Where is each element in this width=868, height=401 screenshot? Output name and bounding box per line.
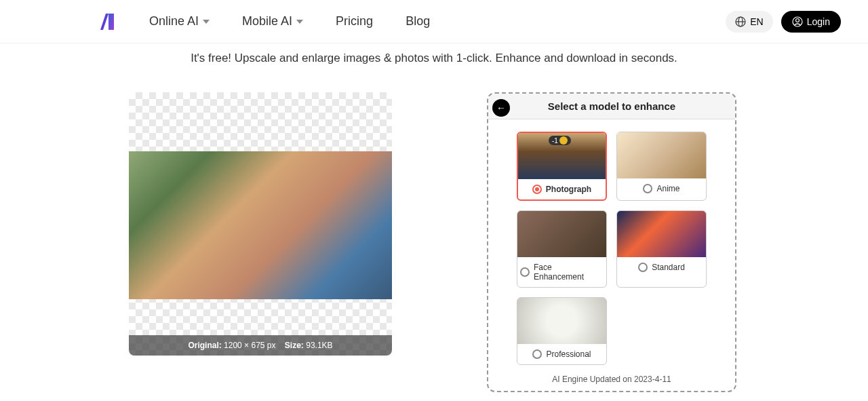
model-grid: -1 Photograph Anime (488, 119, 735, 370)
user-icon (792, 16, 803, 27)
radio-icon (638, 263, 648, 272)
model-card-anime[interactable]: Anime (616, 132, 707, 201)
size-label: Size: (285, 341, 304, 350)
preview-image (129, 151, 392, 299)
nav-blog[interactable]: Blog (406, 14, 430, 28)
badge-text: -1 (552, 137, 558, 145)
model-label: Anime (656, 184, 679, 193)
back-button[interactable]: ← (492, 99, 510, 117)
original-label: Original: (188, 341, 221, 350)
preview-box: Original: 1200 × 675 px Size: 93.1KB (129, 92, 392, 356)
chevron-down-icon (203, 20, 210, 24)
svg-point-4 (795, 18, 799, 22)
nav-online-ai[interactable]: Online AI (149, 14, 210, 28)
dimensions: 1200 × 675 px (224, 341, 275, 350)
nav-label: Online AI (149, 14, 199, 28)
cost-badge: -1 (549, 136, 571, 145)
tagline: It's free! Upscale and enlarge images & … (0, 52, 868, 65)
model-thumb (617, 132, 706, 178)
logo (95, 11, 122, 33)
model-label: Standard (652, 263, 685, 272)
arrow-left-icon: ← (496, 102, 506, 113)
panel-wrap: ← Select a model to enhance -1 Photog (487, 92, 736, 401)
model-card-photograph[interactable]: -1 Photograph (517, 132, 607, 201)
model-label-row: Photograph (518, 179, 606, 199)
nav: Online AI Mobile AI Pricing Blog (149, 14, 430, 28)
radio-icon (643, 184, 652, 193)
model-thumb (617, 211, 706, 257)
model-label: Face Enhancement (534, 263, 604, 282)
model-label-row: Anime (617, 178, 706, 199)
preview-area: Original: 1200 × 675 px Size: 93.1KB (129, 92, 392, 401)
coin-icon (559, 136, 568, 145)
header-right: EN Login (726, 11, 841, 33)
panel-header: ← Select a model to enhance (488, 94, 735, 119)
nav-mobile-ai[interactable]: Mobile AI (242, 14, 303, 28)
model-label: Photograph (546, 185, 591, 194)
panel-title: Select a model to enhance (496, 100, 727, 112)
engine-note: AI Engine Updated on 2023-4-11 (488, 375, 735, 384)
nav-label: Blog (406, 14, 430, 28)
nav-pricing[interactable]: Pricing (336, 14, 373, 28)
language-button[interactable]: EN (726, 11, 772, 33)
preview-info-bar: Original: 1200 × 675 px Size: 93.1KB (129, 335, 392, 356)
radio-icon (520, 267, 530, 277)
model-thumb (517, 298, 606, 344)
model-label-row: Professional (517, 344, 606, 364)
model-thumb: -1 (518, 133, 606, 179)
globe-icon (735, 16, 746, 27)
login-button[interactable]: Login (781, 11, 841, 33)
chevron-down-icon (296, 20, 303, 24)
model-label-row: Face Enhancement (517, 257, 606, 287)
nav-label: Mobile AI (242, 14, 292, 28)
radio-icon (532, 185, 542, 194)
main: Original: 1200 × 675 px Size: 93.1KB ← S… (0, 65, 868, 401)
header: Online AI Mobile AI Pricing Blog EN Logi… (0, 0, 868, 43)
model-label-row: Standard (617, 257, 706, 278)
radio-icon (532, 349, 542, 359)
size-value: 93.1KB (306, 341, 332, 350)
model-card-standard[interactable]: Standard (616, 210, 707, 288)
model-panel: ← Select a model to enhance -1 Photog (487, 92, 736, 392)
model-label: Professional (546, 349, 591, 359)
nav-label: Pricing (336, 14, 373, 28)
model-card-face[interactable]: Face Enhancement (517, 210, 607, 288)
lang-label: EN (750, 16, 763, 27)
model-card-professional[interactable]: Professional (517, 297, 607, 365)
model-thumb (517, 211, 606, 257)
login-label: Login (807, 16, 830, 27)
